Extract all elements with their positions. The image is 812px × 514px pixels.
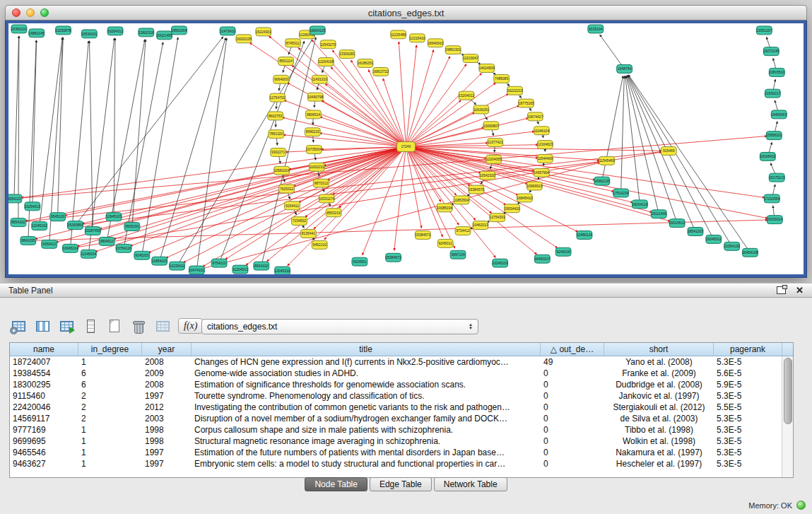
cell-out_degree[interactable]: 0 <box>541 458 604 469</box>
graph-edge[interactable] <box>331 67 406 147</box>
graph-node[interactable]: 11046104 <box>534 127 549 135</box>
graph-node[interactable]: 13300281 <box>339 50 355 59</box>
zoom-button[interactable] <box>40 8 49 17</box>
graph-node[interactable]: 9873312 <box>313 179 329 187</box>
graph-edge[interactable] <box>406 147 765 198</box>
column-header-out_degree[interactable]: △ out_de… <box>541 343 604 356</box>
cell-pagerank[interactable]: 5.3E-5 <box>714 436 782 447</box>
window-titlebar[interactable]: citations_edges.txt <box>5 5 807 21</box>
cell-out_degree[interactable]: 0 <box>541 379 604 390</box>
graph-node[interactable]: 12754702 <box>270 93 286 102</box>
graph-node[interactable]: 10490798 <box>307 93 323 101</box>
cell-pagerank[interactable]: 5.3E-5 <box>714 356 782 368</box>
graph-node[interactable]: 16002235 <box>236 35 252 43</box>
cell-name[interactable]: 22420046 <box>10 402 78 413</box>
tab-edge-table[interactable]: Edge Table <box>370 477 432 491</box>
graph-edge[interactable] <box>284 100 406 147</box>
graph-edge[interactable] <box>406 147 481 173</box>
graph-node[interactable]: 20360101 <box>11 25 27 33</box>
vertical-scrollbar[interactable] <box>782 356 793 477</box>
cell-in_degree[interactable]: 6 <box>78 368 142 379</box>
graph-node[interactable]: 10945214 <box>62 244 78 252</box>
graph-edge[interactable] <box>70 41 88 249</box>
graph-node[interactable]: 11045102 <box>32 222 47 230</box>
cell-in_degree[interactable]: 1 <box>78 424 142 436</box>
column-header-short[interactable]: short <box>604 343 714 356</box>
cell-title[interactable]: Embryonic stem cells: a model to study s… <box>192 458 541 469</box>
graph-node[interactable]: 15958101 <box>766 132 782 140</box>
graph-edge[interactable] <box>625 76 640 204</box>
graph-node[interactable]: 9245012 <box>437 239 453 247</box>
cell-year[interactable]: 1998 <box>142 436 192 447</box>
graph-node[interactable]: 21930217 <box>765 89 780 98</box>
column-header-name[interactable]: name <box>10 343 78 356</box>
graph-edge[interactable] <box>269 36 406 146</box>
graph-node[interactable]: 16222213 <box>507 86 523 95</box>
cell-year[interactable]: 1998 <box>142 424 192 436</box>
table-row[interactable]: 946362711997Embryonic stem cells: a mode… <box>10 458 793 469</box>
table-row[interactable]: 1456911722003Disruption of a novel membe… <box>10 413 793 424</box>
import-table-icon[interactable] <box>58 317 75 334</box>
graph-node[interactable]: 9302271 <box>271 148 286 157</box>
graph-edge[interactable] <box>406 45 417 147</box>
graph-edge[interactable] <box>406 132 535 147</box>
cell-pagerank[interactable]: 5.3E-5 <box>714 424 782 436</box>
cell-year[interactable]: 1997 <box>142 390 192 402</box>
graph-node[interactable]: 11545469 <box>599 156 615 165</box>
graph-node[interactable]: 9754210 <box>211 259 227 267</box>
graph-node[interactable]: 9997134 <box>450 250 466 259</box>
tab-network-table[interactable]: Network Table <box>434 477 507 491</box>
cell-out_degree[interactable]: 0 <box>541 413 604 424</box>
cell-short[interactable]: Franke et al. (2009) <box>604 368 714 379</box>
graph-edge[interactable] <box>95 147 406 252</box>
delete-column-icon[interactable] <box>130 317 147 334</box>
cell-out_degree[interactable]: 0 <box>541 424 604 436</box>
graph-node[interactable]: 9804512 <box>99 237 114 245</box>
graph-node[interactable]: 12945103 <box>106 213 122 221</box>
cell-short[interactable]: Tibbo et al. (1998) <box>604 424 714 436</box>
cell-out_degree[interactable]: 0 <box>541 368 604 379</box>
graph-node[interactable]: 25260850 <box>67 221 83 230</box>
graph-node[interactable]: 19861301 <box>445 46 461 54</box>
table-row[interactable]: 1938455462009Genome-wide association stu… <box>10 368 793 379</box>
cell-name[interactable]: 9115460 <box>10 390 78 402</box>
graph-edge[interactable] <box>177 36 314 266</box>
graph-node[interactable]: 12204108 <box>318 58 334 66</box>
graph-node[interactable]: 8591114 <box>278 57 294 66</box>
graph-node[interactable]: 10474102 <box>189 266 204 274</box>
graph-node[interactable]: 12215410 <box>409 34 425 42</box>
graph-node[interactable]: 17510234 <box>613 189 629 197</box>
graph-node[interactable]: 21802316 <box>139 28 154 37</box>
network-canvas[interactable]: 17240 8745312 8591114 9064003 12754702 8… <box>8 23 804 274</box>
graph-node[interactable]: 11544409 <box>537 154 553 163</box>
cell-short[interactable]: de Silva et al. (2003) <box>604 413 714 424</box>
graph-edge[interactable] <box>628 75 714 239</box>
graph-node[interactable]: 8135441 <box>300 230 316 238</box>
graph-node[interactable]: 21054130 <box>724 242 740 250</box>
graph-node[interactable]: 19204312 <box>107 27 123 35</box>
column-header-year[interactable]: year <box>142 343 192 356</box>
graph-node[interactable]: 12219047 <box>463 54 478 63</box>
table-select-dropdown[interactable]: citations_edges.txt ▲▼ <box>201 319 478 334</box>
graph-node[interactable]: 14957904 <box>534 168 549 177</box>
graph-node[interactable]: 19004125 <box>310 26 325 35</box>
cell-year[interactable]: 1997 <box>142 458 192 469</box>
graph-node[interactable]: 10287450 <box>85 227 100 235</box>
cell-name[interactable]: 9699695 <box>10 436 78 447</box>
graph-node[interactable]: 9734412 <box>455 227 471 235</box>
cell-pagerank[interactable]: 5.3E-5 <box>714 390 782 402</box>
cell-name[interactable]: 18300295 <box>10 379 78 390</box>
graph-node[interactable]: 15384572 <box>386 253 401 262</box>
cell-title[interactable]: Investigating the contribution of common… <box>192 402 541 413</box>
graph-node[interactable]: 9324501 <box>352 257 367 266</box>
cell-in_degree[interactable]: 1 <box>78 458 142 469</box>
graph-node[interactable]: 9154411 <box>285 201 300 210</box>
table-row[interactable]: 1872400712008Changes of HCN gene express… <box>10 356 793 368</box>
graph-node[interactable]: 15384570 <box>469 185 484 194</box>
cell-year[interactable]: 2012 <box>142 402 192 413</box>
graph-node[interactable]: 9452210 <box>312 240 327 249</box>
graph-node[interactable]: 7485083 <box>494 74 510 83</box>
cell-year[interactable]: 2008 <box>142 356 192 368</box>
graph-node[interactable]: 10581024 <box>274 166 290 175</box>
graph-node[interactable]: 20534101 <box>81 30 97 38</box>
